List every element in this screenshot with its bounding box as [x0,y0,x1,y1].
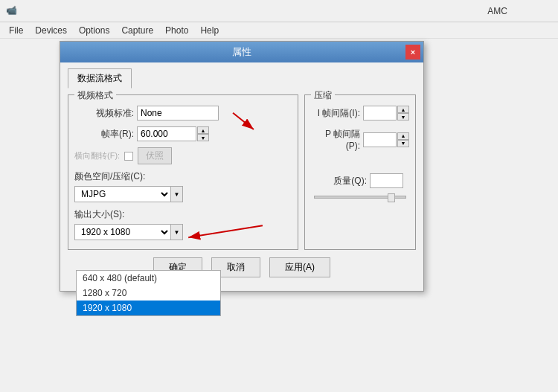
dialog-title: 属性 [232,45,251,59]
menu-capture[interactable]: Capture [115,24,159,37]
app-icon: 📹 [6,5,18,17]
video-standard-row: 视频标准: [74,106,292,121]
menu-file[interactable]: File [3,24,29,37]
i-frame-label: I 帧间隔(I): [311,107,360,120]
title-bar: 📹 AMC [0,0,558,22]
dialog-content: 数据流格式 视频格式 视频标准: 帧率(R): ▲ ▼ [60,62,423,291]
dropdown-item-0[interactable]: 640 x 480 (default) [77,271,220,286]
tab-datastream[interactable]: 数据流格式 [68,68,132,89]
output-size-row: 1920 x 1080 ▼ [74,224,292,240]
framerate-input[interactable] [137,126,196,141]
video-format-legend: 视频格式 [74,89,116,102]
quality-row: 质量(Q): [311,173,409,188]
mirror-label: 横向翻转(F): [74,150,120,161]
framerate-spin-up[interactable]: ▲ [197,126,209,134]
quality-input[interactable] [370,173,403,188]
quality-label: 质量(Q): [311,175,367,187]
colorspace-select[interactable]: MJPG [74,186,171,202]
quality-slider-track[interactable] [314,196,406,199]
menu-bar: File Devices Options Capture Photo Help [0,22,558,39]
mirror-checkbox[interactable] [124,152,133,161]
quality-slider-thumb[interactable] [388,193,395,202]
p-frame-label: P 帧间隔(P): [311,128,360,151]
p-frame-input[interactable] [363,132,397,147]
panels-row: 视频格式 视频标准: 帧率(R): ▲ ▼ 横向翻转( [68,94,416,250]
menu-options[interactable]: Options [73,24,115,37]
i-frame-spin-down[interactable]: ▼ [397,113,409,121]
colorspace-row: MJPG ▼ [74,186,292,202]
i-frame-spin-up[interactable]: ▲ [397,106,409,113]
quality-slider-container [311,196,409,199]
dropdown-item-2[interactable]: 1920 x 1080 [77,301,220,315]
dialog-close-button[interactable]: × [405,45,420,60]
video-standard-label: 视频标准: [74,107,134,120]
dropdown-item-1[interactable]: 1280 x 720 [77,286,220,301]
menu-photo[interactable]: Photo [159,24,194,37]
tab-bar: 数据流格式 [68,68,416,89]
p-frame-spin-down[interactable]: ▼ [397,140,409,147]
properties-dialog: 属性 × 数据流格式 视频格式 视频标准: 帧率(R): [60,41,424,292]
mirror-button[interactable]: 伏照 [138,147,172,164]
p-frame-row: P 帧间隔(P): ▲ ▼ [311,128,409,151]
apply-button[interactable]: 应用(A) [269,257,330,277]
framerate-label: 帧率(R): [74,128,134,141]
output-size-arrow[interactable]: ▼ [171,224,183,240]
output-size-select[interactable]: 1920 x 1080 [74,224,171,240]
colorspace-label: 颜色空间/压缩(C): [74,170,292,183]
app-title: AMC [22,6,552,16]
p-frame-spinner[interactable]: ▲ ▼ [397,132,409,147]
output-size-label: 输出大小(S): [74,208,292,221]
menu-devices[interactable]: Devices [29,24,73,37]
colorspace-arrow[interactable]: ▼ [171,186,183,202]
compression-panel: 压缩 I 帧间隔(I): ▲ ▼ P 帧间隔(P): ▲ ▼ [304,94,416,250]
output-size-dropdown: 640 x 480 (default) 1280 x 720 1920 x 10… [76,270,221,316]
i-frame-input[interactable] [363,106,397,121]
p-frame-spin-up[interactable]: ▲ [397,132,409,140]
mirror-row: 横向翻转(F): 伏照 [74,147,292,164]
framerate-spin-down[interactable]: ▼ [197,134,209,141]
dialog-title-bar: 属性 × [60,42,423,62]
video-standard-input[interactable] [137,106,219,121]
framerate-row: 帧率(R): ▲ ▼ [74,126,292,141]
video-format-panel: 视频格式 视频标准: 帧率(R): ▲ ▼ 横向翻转( [68,94,298,250]
menu-help[interactable]: Help [194,24,225,37]
framerate-spinner[interactable]: ▲ ▼ [197,126,209,141]
i-frame-row: I 帧间隔(I): ▲ ▼ [311,106,409,121]
compression-legend: 压缩 [311,89,335,102]
i-frame-spinner[interactable]: ▲ ▼ [397,106,409,121]
